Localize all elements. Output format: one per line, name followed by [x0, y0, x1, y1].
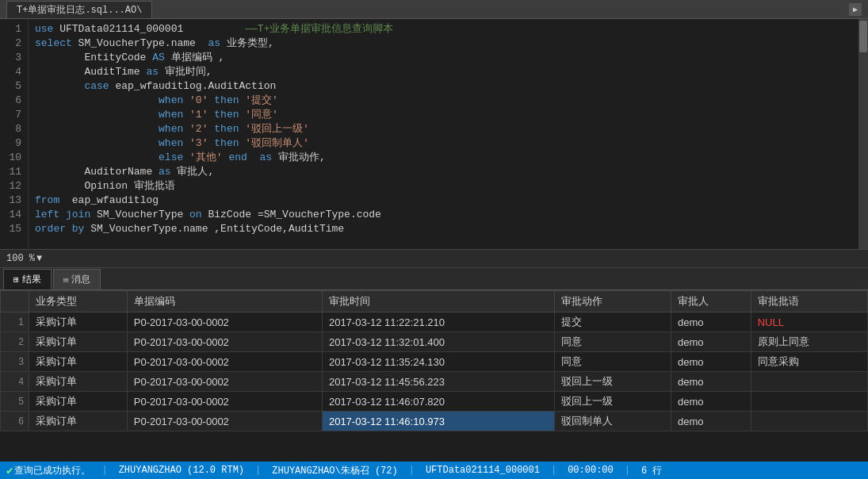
- cell: [751, 412, 867, 431]
- server-info: ZHUYANGZHAO (12.0 RTM): [119, 465, 244, 476]
- cell: demo: [671, 312, 751, 332]
- cell: 采购订单: [29, 372, 127, 392]
- row-number: 4: [1, 372, 29, 392]
- table-row: 1采购订单P0-2017-03-00-00022017-03-12 11:22:…: [1, 312, 868, 332]
- table-body: 1采购订单P0-2017-03-00-00022017-03-12 11:22:…: [1, 312, 868, 431]
- col-opinion: 审批批语: [751, 291, 867, 312]
- col-audittime: 审批时间: [322, 291, 554, 312]
- results-table: 业务类型 单据编码 审批时间 审批动作 审批人 审批批语 1采购订单P0-201…: [0, 290, 868, 431]
- cell: 采购订单: [29, 412, 127, 431]
- cell: P0-2017-03-00-0002: [127, 392, 322, 412]
- tab-messages[interactable]: ✉ 消息: [53, 269, 101, 289]
- zoom-bar: 100 % ▼: [0, 249, 868, 268]
- col-doccode: 单据编码: [127, 291, 322, 312]
- editor-scrollbar[interactable]: [858, 19, 868, 249]
- row-number: 6: [1, 412, 29, 431]
- table-row: 6采购订单P0-2017-03-00-00022017-03-12 11:46:…: [1, 412, 868, 431]
- zoom-dropdown-icon[interactable]: ▼: [36, 253, 42, 264]
- row-number: 2: [1, 332, 29, 352]
- cell: P0-2017-03-00-0002: [127, 312, 322, 332]
- table-row: 2采购订单P0-2017-03-00-00022017-03-12 11:32:…: [1, 332, 868, 352]
- cell: demo: [671, 412, 751, 431]
- success-icon: ✔: [6, 464, 13, 477]
- table-row: 5采购订单P0-2017-03-00-00022017-03-12 11:46:…: [1, 392, 868, 412]
- sep5: |: [625, 465, 630, 476]
- cell: 采购订单: [29, 392, 127, 412]
- sep2: |: [255, 465, 261, 476]
- cell: 2017-03-12 11:45:56.223: [322, 372, 554, 392]
- cell: P0-2017-03-00-0002: [127, 332, 322, 352]
- cell: demo: [671, 352, 751, 372]
- cell: 同意: [554, 332, 671, 352]
- cell: 采购订单: [29, 312, 127, 332]
- cell: [751, 392, 867, 412]
- result-tabs: ⊞ 结果 ✉ 消息: [0, 268, 868, 290]
- file-tab[interactable]: T+单据审批日志.sql...AO\: [6, 1, 152, 18]
- cell: 原则上同意: [751, 332, 867, 352]
- table-row: 3采购订单P0-2017-03-00-00022017-03-12 11:35:…: [1, 352, 868, 372]
- cell: 采购订单: [29, 352, 127, 372]
- result-area[interactable]: 业务类型 单据编码 审批时间 审批动作 审批人 审批批语 1采购订单P0-201…: [0, 290, 868, 479]
- time-info: 00:00:00: [568, 465, 614, 476]
- editor-area: 12345 678910 1112131415 use UFTData02111…: [0, 19, 868, 249]
- col-rownum: [1, 291, 29, 312]
- table-header-row: 业务类型 单据编码 审批时间 审批动作 审批人 审批批语: [1, 291, 868, 312]
- cell: [751, 372, 867, 392]
- cell: 同意: [554, 352, 671, 372]
- row-number: 5: [1, 392, 29, 412]
- cell: 2017-03-12 11:46:10.973: [322, 412, 554, 431]
- zoom-label: 100 %: [6, 253, 35, 264]
- grid-icon: ⊞: [13, 274, 19, 285]
- status-bar: ✔ 查询已成功执行。 | ZHUYANGZHAO (12.0 RTM) | ZH…: [0, 462, 868, 479]
- cell: demo: [671, 392, 751, 412]
- scroll-right-button[interactable]: ▶: [849, 3, 862, 16]
- row-number: 3: [1, 352, 29, 372]
- cell: 同意采购: [751, 352, 867, 372]
- cell: 提交: [554, 312, 671, 332]
- cell: NULL: [751, 312, 867, 332]
- tab-results[interactable]: ⊞ 结果: [3, 269, 52, 289]
- row-number: 1: [1, 312, 29, 332]
- login-info: ZHUYANGZHAO\朱杨召 (72): [272, 464, 397, 477]
- main-container: T+单据审批日志.sql...AO\ ▶ 12345 678910 111213…: [0, 0, 868, 479]
- status-message: 查询已成功执行。: [14, 464, 90, 477]
- msg-icon: ✉: [63, 274, 69, 285]
- cell: 采购订单: [29, 332, 127, 352]
- cell: 2017-03-12 11:22:21.210: [322, 312, 554, 332]
- sep3: |: [409, 465, 415, 476]
- cell: P0-2017-03-00-0002: [127, 352, 322, 372]
- col-auditor: 审批人: [671, 291, 751, 312]
- col-auditaction: 审批动作: [554, 291, 671, 312]
- tab-messages-label: 消息: [71, 273, 90, 286]
- code-editor[interactable]: use UFTData021114_000001 ——T+业务单据审批信息查询脚…: [29, 19, 858, 249]
- cell: demo: [671, 332, 751, 352]
- cell: 2017-03-12 11:46:07.820: [322, 392, 554, 412]
- cell: P0-2017-03-00-0002: [127, 412, 322, 431]
- db-info: UFTData021114_000001: [426, 465, 540, 476]
- cell: 驳回制单人: [554, 412, 671, 431]
- tab-results-label: 结果: [22, 273, 41, 286]
- title-bar: T+单据审批日志.sql...AO\ ▶: [0, 0, 868, 19]
- col-biztype: 业务类型: [29, 291, 127, 312]
- cell: 驳回上一级: [554, 372, 671, 392]
- cell: P0-2017-03-00-0002: [127, 372, 322, 392]
- scrollbar-thumb: [859, 21, 867, 52]
- cell: 驳回上一级: [554, 392, 671, 412]
- sep4: |: [551, 465, 556, 476]
- cell: 2017-03-12 11:35:24.130: [322, 352, 554, 372]
- rows-info: 6 行: [641, 464, 662, 477]
- sep1: |: [101, 465, 107, 476]
- cell: 2017-03-12 11:32:01.400: [322, 332, 554, 352]
- cell: demo: [671, 372, 751, 392]
- table-row: 4采购订单P0-2017-03-00-00022017-03-12 11:45:…: [1, 372, 868, 392]
- line-numbers: 12345 678910 1112131415: [0, 19, 29, 249]
